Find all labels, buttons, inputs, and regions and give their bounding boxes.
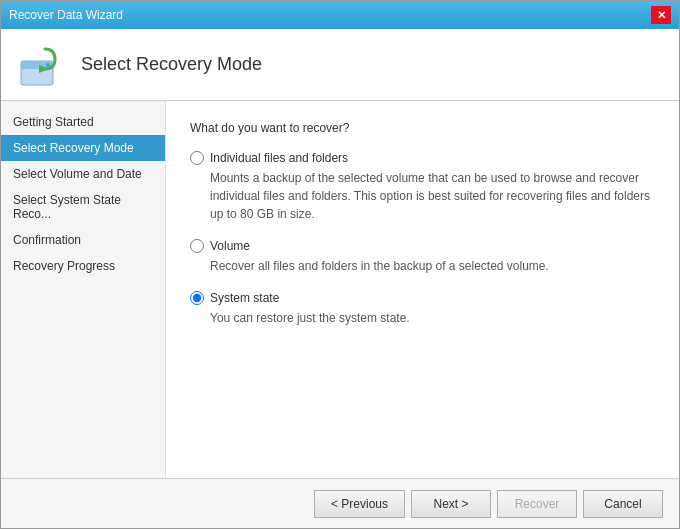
- sidebar-item-confirmation[interactable]: Confirmation: [1, 227, 165, 253]
- header-title: Select Recovery Mode: [81, 54, 262, 75]
- option-volume: Volume Recover all files and folders in …: [190, 239, 655, 275]
- content-area: What do you want to recover? Individual …: [166, 101, 679, 478]
- desc-system-state: You can restore just the system state.: [210, 309, 655, 327]
- option-system-state: System state You can restore just the sy…: [190, 291, 655, 327]
- radio-system-state[interactable]: [190, 291, 204, 305]
- wizard-icon: [17, 41, 65, 89]
- label-system-state[interactable]: System state: [210, 291, 279, 305]
- title-bar: Recover Data Wizard ✕: [1, 1, 679, 29]
- close-button[interactable]: ✕: [651, 6, 671, 24]
- option-volume-header: Volume: [190, 239, 655, 253]
- content-question: What do you want to recover?: [190, 121, 655, 135]
- cancel-button[interactable]: Cancel: [583, 490, 663, 518]
- wizard-body: Getting Started Select Recovery Mode Sel…: [1, 101, 679, 478]
- option-system-state-header: System state: [190, 291, 655, 305]
- label-individual-files[interactable]: Individual files and folders: [210, 151, 348, 165]
- option-individual-files: Individual files and folders Mounts a ba…: [190, 151, 655, 223]
- desc-individual-files: Mounts a backup of the selected volume t…: [210, 169, 655, 223]
- recover-button[interactable]: Recover: [497, 490, 577, 518]
- sidebar-item-recovery-progress[interactable]: Recovery Progress: [1, 253, 165, 279]
- sidebar-item-getting-started[interactable]: Getting Started: [1, 109, 165, 135]
- sidebar-item-select-recovery-mode[interactable]: Select Recovery Mode: [1, 135, 165, 161]
- label-volume[interactable]: Volume: [210, 239, 250, 253]
- option-individual-files-header: Individual files and folders: [190, 151, 655, 165]
- title-bar-text: Recover Data Wizard: [9, 8, 123, 22]
- svg-point-2: [46, 63, 50, 67]
- wizard-footer: < Previous Next > Recover Cancel: [1, 478, 679, 528]
- wizard-window: Recover Data Wizard ✕ Select Recovery Mo…: [0, 0, 680, 529]
- radio-volume[interactable]: [190, 239, 204, 253]
- previous-button[interactable]: < Previous: [314, 490, 405, 518]
- wizard-header: Select Recovery Mode: [1, 29, 679, 101]
- sidebar-item-select-volume[interactable]: Select Volume and Date: [1, 161, 165, 187]
- sidebar-item-select-system-state[interactable]: Select System State Reco...: [1, 187, 165, 227]
- next-button[interactable]: Next >: [411, 490, 491, 518]
- sidebar: Getting Started Select Recovery Mode Sel…: [1, 101, 166, 478]
- desc-volume: Recover all files and folders in the bac…: [210, 257, 655, 275]
- radio-individual-files[interactable]: [190, 151, 204, 165]
